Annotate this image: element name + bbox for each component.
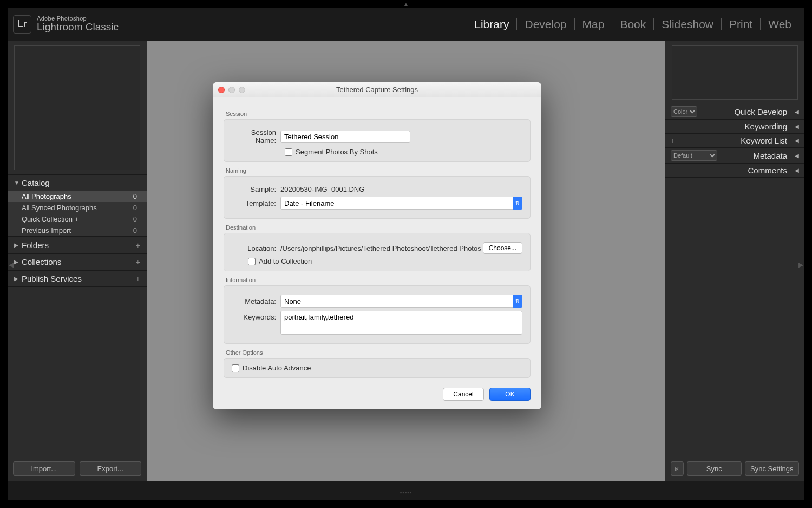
module-print[interactable]: Print — [722, 18, 760, 31]
destination-group: Location: /Users/jonphillips/Pictures/Te… — [224, 233, 531, 271]
catalog-all-synced[interactable]: All Synced Photographs 0 — [8, 202, 147, 213]
import-button[interactable]: Import... — [13, 461, 75, 476]
module-map[interactable]: Map — [575, 18, 612, 31]
catalog-quick-collection[interactable]: Quick Collection + 0 — [8, 213, 147, 225]
footer: ▪▪▪▪▪ — [8, 484, 804, 500]
add-to-collection-label: Add to Collection — [259, 257, 312, 265]
tethered-capture-dialog: Tethered Capture Settings Session Sessio… — [213, 82, 541, 409]
disable-auto-advance-label: Disable Auto Advance — [243, 364, 311, 372]
collections-header[interactable]: ▶ Collections + — [8, 254, 147, 270]
zoom-icon — [239, 87, 245, 93]
color-label-select[interactable]: Color — [671, 106, 697, 117]
logo-icon: Lr — [13, 15, 31, 34]
bottom-expand-grip[interactable]: ▪▪▪▪▪ — [400, 490, 412, 496]
module-slideshow[interactable]: Slideshow — [654, 18, 721, 31]
metadata-header[interactable]: Default Metadata ◀ — [665, 148, 804, 164]
keywords-label: Keywords: — [232, 311, 280, 321]
disable-auto-advance-checkbox[interactable] — [232, 364, 239, 372]
metadata-select[interactable]: None — [280, 295, 522, 308]
add-folder-icon[interactable]: + — [136, 241, 140, 250]
keywording-header[interactable]: Keywording ◀ — [665, 120, 804, 134]
template-label: Template: — [232, 199, 280, 207]
close-icon[interactable] — [218, 87, 225, 93]
left-panel: ▼ Catalog All Photographs 0 All Synced P… — [8, 41, 147, 481]
navigator-preview — [14, 45, 140, 170]
other-group: Disable Auto Advance — [224, 358, 531, 378]
right-panel: Color Quick Develop ◀ Keywording ◀ + Key… — [665, 41, 804, 481]
keywords-input[interactable]: portrait,family,tethered — [280, 311, 522, 335]
cancel-button[interactable]: Cancel — [443, 388, 484, 401]
destination-group-label: Destination — [226, 224, 531, 231]
chevron-down-icon: ▼ — [14, 180, 22, 186]
add-keyword-icon[interactable]: + — [671, 136, 675, 145]
module-library[interactable]: Library — [467, 18, 516, 31]
chevron-left-icon: ◀ — [795, 167, 799, 173]
sync-settings-button[interactable]: Sync Settings — [745, 461, 800, 476]
dialog-title: Tethered Capture Settings — [213, 86, 541, 94]
chevron-left-icon: ◀ — [795, 153, 799, 159]
app-logo: Lr Adobe Photoshop Lightroom Classic — [13, 15, 119, 34]
session-group: Session Name: Segment Photos By Shots — [224, 119, 531, 162]
chevron-left-icon: ◀ — [795, 138, 799, 144]
add-collection-icon[interactable]: + — [136, 258, 140, 266]
chevron-left-icon: ◀ — [795, 123, 799, 129]
sample-label: Sample: — [232, 185, 280, 193]
location-path: /Users/jonphillips/Pictures/Tethered Pho… — [280, 244, 483, 252]
top-expand-grip[interactable]: ▲ — [403, 1, 409, 7]
chevron-right-icon: ▶ — [14, 276, 22, 282]
information-group: Metadata: None ⇅ Keywords: portrait,fami… — [224, 285, 531, 344]
histogram-preview — [672, 45, 798, 100]
session-group-label: Session — [226, 110, 531, 117]
chevron-left-icon: ◀ — [795, 109, 799, 115]
add-publish-icon[interactable]: + — [136, 275, 140, 283]
module-picker: Library Develop Map Book Slideshow Print… — [467, 18, 799, 31]
naming-group-label: Naming — [226, 167, 531, 174]
publish-header[interactable]: ▶ Publish Services + — [8, 271, 147, 286]
left-expand-grip[interactable]: ◀ — [9, 261, 14, 269]
add-to-collection-checkbox[interactable] — [248, 258, 256, 265]
keyword-list-header[interactable]: + Keyword List ◀ — [665, 134, 804, 148]
segment-by-shots-checkbox[interactable] — [285, 148, 292, 156]
quick-develop-header[interactable]: Color Quick Develop ◀ — [665, 104, 804, 120]
chevron-right-icon: ▶ — [14, 242, 22, 248]
titlebar: Lr Adobe Photoshop Lightroom Classic Lib… — [8, 8, 804, 41]
catalog-header[interactable]: ▼ Catalog — [8, 175, 147, 191]
brand-line2: Lightroom Classic — [37, 22, 119, 32]
template-select[interactable]: Date - Filename — [280, 197, 522, 210]
catalog-all-photographs[interactable]: All Photographs 0 — [8, 191, 147, 202]
sync-button[interactable]: Sync — [687, 461, 742, 476]
catalog-previous-import[interactable]: Previous Import 0 — [8, 225, 147, 236]
metadata-label: Metadata: — [232, 297, 280, 305]
location-label: Location: — [232, 244, 280, 252]
metadata-preset-select[interactable]: Default — [671, 150, 717, 161]
ok-button[interactable]: OK — [489, 388, 531, 401]
comments-header[interactable]: Comments ◀ — [665, 164, 804, 178]
sample-value: 20200530-IMG_0001.DNG — [280, 185, 364, 193]
other-group-label: Other Options — [226, 349, 531, 356]
segment-by-shots-label: Segment Photos By Shots — [296, 148, 378, 156]
module-web[interactable]: Web — [761, 18, 799, 31]
session-name-label: Session Name: — [232, 128, 280, 145]
module-develop[interactable]: Develop — [517, 18, 574, 31]
folders-header[interactable]: ▶ Folders + — [8, 237, 147, 253]
sync-lock-button[interactable]: ⎚ — [671, 461, 684, 476]
information-group-label: Information — [226, 277, 531, 283]
naming-group: Sample: 20200530-IMG_0001.DNG Template: … — [224, 176, 531, 219]
right-expand-grip[interactable]: ▶ — [798, 261, 803, 269]
export-button[interactable]: Export... — [80, 461, 142, 476]
dialog-titlebar[interactable]: Tethered Capture Settings — [213, 82, 541, 97]
choose-location-button[interactable]: Choose... — [483, 242, 522, 254]
session-name-input[interactable] — [280, 131, 410, 143]
catalog-title: Catalog — [22, 178, 140, 187]
minimize-icon — [228, 87, 235, 93]
chevron-right-icon: ▶ — [14, 259, 22, 265]
module-book[interactable]: Book — [612, 18, 653, 31]
